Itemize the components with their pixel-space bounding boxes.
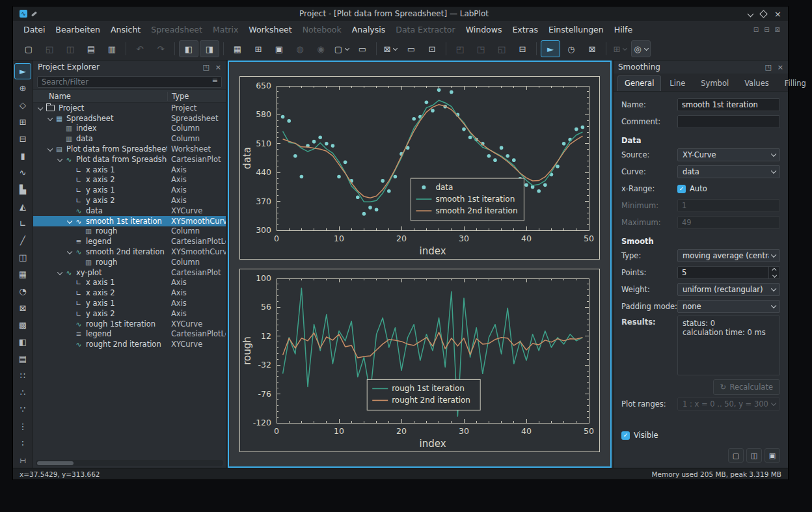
worksheet-view[interactable]: 01020304050300370440510580650indexdatada… — [228, 61, 612, 468]
tree-row-data[interactable]: ∿dataXYCurve — [33, 206, 226, 216]
text-label-tool[interactable]: ▮ — [14, 148, 31, 164]
column-header-name[interactable]: Name — [33, 92, 167, 101]
points-spinbox[interactable] — [677, 266, 780, 279]
plot-data-from-spreadsheet[interactable]: 01020304050300370440510580650indexdatada… — [239, 76, 600, 260]
expand-chevron-icon[interactable] — [37, 106, 44, 110]
worksheet-tool[interactable]: ▤ — [14, 351, 31, 367]
zoom-in-tool[interactable]: ⊞ — [14, 114, 31, 130]
tab-line[interactable]: Line — [662, 75, 692, 91]
spin-down-icon[interactable] — [772, 273, 776, 277]
spreadsheet-tool[interactable]: ▦ — [14, 266, 31, 282]
titlebar[interactable]: ∿ Project - [Plot data from Spreadsheet]… — [13, 7, 788, 21]
spin-buttons[interactable] — [768, 267, 779, 278]
print-button[interactable]: ▤ — [81, 40, 101, 57]
fit-selection-button[interactable]: ⊡ — [422, 40, 442, 57]
titlebar-aux-icon-2[interactable]: ⊟ — [764, 26, 769, 33]
menu-worksheet[interactable]: Worksheet — [243, 23, 297, 36]
menu-extras[interactable]: Extras — [507, 23, 543, 36]
density-tool[interactable]: ∴ — [14, 384, 31, 401]
new-workbook-button[interactable]: ▣ — [269, 40, 289, 57]
visible-checkbox[interactable]: ✓ — [621, 431, 630, 440]
template-new-button[interactable]: ▢ — [728, 448, 744, 463]
menu-ansicht[interactable]: Ansicht — [105, 23, 146, 36]
expand-chevron-icon[interactable] — [57, 271, 63, 275]
float-panel-icon[interactable]: ◳ — [202, 63, 209, 72]
maximize-button[interactable] — [759, 10, 768, 18]
search-input[interactable] — [37, 76, 222, 88]
new-project-button[interactable]: ▢ — [19, 40, 38, 57]
print-preview-button[interactable]: ▥ — [102, 40, 122, 57]
box-plot-tool[interactable]: ◫ — [14, 249, 31, 265]
titlebar-aux-icon-1[interactable]: ⊡ — [753, 26, 759, 33]
tree-row-plot-data-from-spreadsheet[interactable]: ∿Plot data from SpreadsheetCartesianPlot — [33, 154, 226, 165]
type-combobox[interactable]: moving average (central) — [677, 249, 780, 262]
toggle-properties-button[interactable]: ◨ — [200, 40, 219, 57]
tree-row-plot-data-from-spreadsheet[interactable]: ▤Plot data from SpreadsheetWorksheet — [33, 144, 226, 154]
layout-tool[interactable]: ◧ — [14, 334, 31, 350]
xy-plot[interactable]: 01020304050-120-76-321256100indexroughro… — [239, 269, 600, 452]
line-tool[interactable]: ╱ — [14, 232, 31, 249]
name-input[interactable] — [677, 98, 780, 111]
scrollbar-thumb[interactable] — [37, 461, 74, 465]
menu-analysis[interactable]: Analysis — [347, 23, 391, 36]
menu-hilfe[interactable]: Hilfe — [609, 23, 638, 36]
tree-row-x-axis-1[interactable]: ∟x axis 1Axis — [33, 165, 226, 175]
tree-row-rought-2nd-iteration[interactable]: ∿rought 2nd iterationXYCurve — [33, 339, 226, 349]
tree-row-x-axis-1[interactable]: ∟x axis 1Axis — [33, 278, 226, 288]
menu-bearbeiten[interactable]: Bearbeiten — [50, 23, 105, 36]
menu-einstellungen[interactable]: Einstellungen — [543, 23, 609, 36]
matrix-tool[interactable]: ⊠ — [14, 300, 31, 316]
points-input[interactable] — [678, 267, 768, 278]
tab-general[interactable]: General — [617, 75, 661, 91]
menu-datei[interactable]: Datei — [18, 23, 50, 36]
presenter-mode-button[interactable]: ◎ — [631, 40, 651, 57]
points-tool[interactable]: ∶ — [14, 435, 31, 451]
close-panel-icon[interactable]: × — [778, 63, 783, 72]
new-plot-button[interactable]: ▢ — [332, 40, 351, 57]
menu-windows[interactable]: Windows — [461, 23, 508, 36]
tree-row-x-axis-2[interactable]: ∟x axis 2Axis — [33, 288, 226, 298]
spin-up-icon[interactable] — [772, 268, 776, 272]
zoom-out-tool[interactable]: ⊟ — [14, 131, 31, 147]
scatter-tool[interactable]: ∷ — [14, 368, 31, 384]
zoom-tool[interactable]: ◇ — [14, 97, 31, 113]
heatmap-tool[interactable]: ▩ — [14, 317, 31, 333]
titlebar-aux-icon-3[interactable]: ⊠ — [775, 26, 780, 33]
auto-checkbox[interactable]: ✓ — [677, 185, 686, 193]
tree-row-xy-plot[interactable]: ∿xy-plotCartesianPlot — [33, 267, 226, 278]
arrange-button[interactable]: ⊟ — [513, 40, 532, 57]
fit-page-button[interactable]: ▭ — [401, 40, 421, 57]
zoom-selection-button[interactable]: ⊠ — [582, 40, 602, 57]
new-matrix-button[interactable]: ⊞ — [249, 40, 268, 57]
tree-row-y-axis-2[interactable]: ∟y axis 2Axis — [33, 308, 226, 319]
import-button[interactable]: ▭ — [353, 40, 372, 57]
tree-row-project[interactable]: ProjectProject — [33, 103, 226, 113]
comment-input[interactable] — [677, 115, 780, 128]
select-mode-button[interactable]: ► — [541, 40, 560, 57]
expand-chevron-icon[interactable] — [66, 219, 73, 223]
tree-row-spreadsheet[interactable]: ▦SpreadsheetSpreadsheet — [33, 113, 226, 124]
close-button[interactable]: × — [774, 10, 781, 18]
expand-chevron-icon[interactable] — [57, 157, 63, 161]
float-panel-icon[interactable]: ◳ — [765, 63, 771, 72]
tab-values[interactable]: Values — [737, 75, 776, 91]
tree-row-data[interactable]: ▥dataColumn — [33, 133, 226, 144]
new-spreadsheet-button[interactable]: ▦ — [228, 40, 247, 57]
tree-row-smooth-1st-iteration[interactable]: ∿smooth 1st iterationXYSmoothCurve — [33, 216, 226, 226]
expand-chevron-icon[interactable] — [47, 116, 53, 120]
histogram-tool[interactable]: ▙ — [14, 182, 31, 198]
tree-row-smooth-2nd-iteration[interactable]: ∿smooth 2nd iterationXYSmoothCurve — [33, 247, 226, 257]
curve-combobox[interactable]: data — [677, 165, 780, 178]
pattern-tool[interactable]: ∺ — [14, 452, 31, 468]
column-header-type[interactable]: Type — [167, 92, 226, 101]
tree-row-rough[interactable]: ▥roughColumn — [33, 226, 226, 237]
template-save-button[interactable]: ◫ — [746, 448, 762, 463]
padding-mode-combobox[interactable]: none — [677, 300, 780, 313]
tree-row-rough-1st-iteration[interactable]: ∿rough 1st iterationXYCurve — [33, 319, 226, 329]
tab-filling[interactable]: Filling — [778, 75, 812, 91]
tab-symbol[interactable]: Symbol — [694, 75, 736, 91]
tree-row-legend[interactable]: ≡legendCartesianPlotLegend — [33, 236, 226, 247]
pie-plot-tool[interactable]: ◔ — [14, 283, 31, 299]
navigation-mode-button[interactable]: ◷ — [562, 40, 581, 57]
weight-combobox[interactable]: uniform (rectangular) — [677, 283, 780, 296]
